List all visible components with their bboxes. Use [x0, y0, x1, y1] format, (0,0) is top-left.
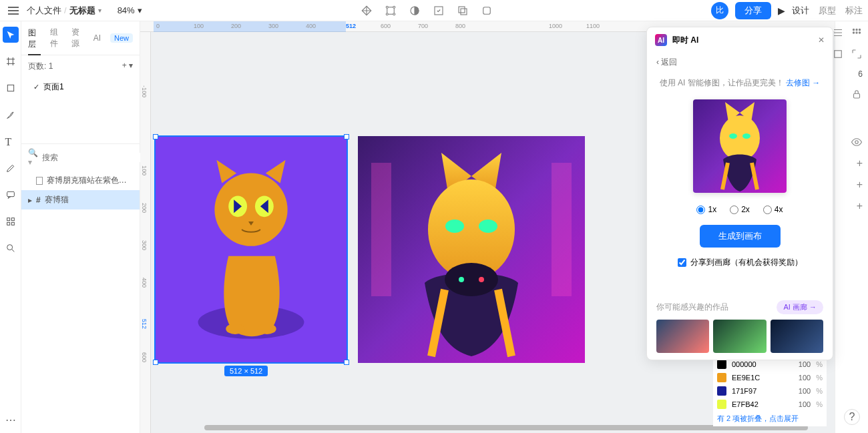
rectangle-tool[interactable] — [3, 80, 19, 96]
add-icon[interactable]: + — [857, 179, 863, 191]
svg-rect-13 — [11, 218, 14, 221]
help-button[interactable]: ? — [844, 409, 860, 425]
color-row[interactable]: EE9E1C100% — [713, 371, 827, 384]
artboard-cat-simple[interactable] — [155, 136, 347, 363]
search-input[interactable] — [42, 153, 142, 162]
scale-radios: 1x 2x 4x — [647, 198, 833, 221]
add-icon[interactable]: + — [857, 157, 863, 169]
tab-ai[interactable]: AI — [93, 33, 101, 43]
thumb-3[interactable] — [771, 320, 823, 353]
svg-point-4 — [393, 13, 395, 15]
pen-tool[interactable] — [3, 107, 19, 123]
grid-icon[interactable] — [851, 27, 863, 39]
svg-point-29 — [445, 263, 498, 296]
tab-layers[interactable]: 图层 — [28, 27, 41, 55]
generate-button[interactable]: 生成到画布 — [700, 225, 781, 248]
search-icon: 🔍 ▾ — [28, 148, 38, 167]
back-button[interactable]: ‹ 返回 — [647, 53, 833, 72]
text-tool[interactable]: T — [3, 133, 19, 149]
layer-item[interactable]: ▸ # 赛博猫 — [21, 190, 140, 209]
diamond-icon[interactable] — [361, 5, 373, 17]
color-row[interactable]: 171F97100% — [713, 384, 827, 398]
bounding-box-icon[interactable] — [385, 5, 397, 17]
svg-point-42 — [729, 133, 737, 139]
size-badge: 512 × 512 — [224, 366, 268, 376]
svg-point-32 — [853, 29, 854, 30]
layer-item[interactable]: 赛博朋克猫站在紫色的迷雾中... — [21, 171, 140, 190]
pencil-tool[interactable] — [3, 160, 19, 176]
zoom-control[interactable]: 84% ▾ — [118, 5, 142, 15]
breadcrumb[interactable]: 个人文件 / 无标题 ▾ — [27, 5, 101, 17]
left-toolbar: T ⋯ — [0, 21, 21, 433]
svg-point-2 — [393, 6, 395, 8]
frame-icon: # — [36, 195, 41, 205]
user-badge[interactable]: 比 — [711, 2, 728, 19]
boolean-icon[interactable] — [457, 5, 469, 17]
clip-icon[interactable] — [832, 48, 844, 60]
ai-gallery-button[interactable]: AI 画廊 → — [777, 300, 823, 314]
contrast-icon[interactable] — [409, 5, 421, 17]
svg-point-40 — [855, 141, 859, 144]
expand-icon[interactable] — [851, 48, 863, 60]
search-tool[interactable] — [3, 240, 19, 256]
add-page-icon[interactable]: + ▾ — [122, 61, 133, 72]
suggestion-thumbnails — [656, 320, 823, 353]
share-gallery-checkbox[interactable]: 分享到画廊（有机会获得奖励） — [647, 252, 833, 274]
breadcrumb-file: 无标题 — [69, 5, 95, 17]
tab-assets[interactable]: 资源 — [71, 27, 84, 49]
move-tool[interactable] — [3, 27, 19, 43]
close-icon[interactable]: ✕ — [818, 35, 825, 45]
more-icon[interactable]: ⋯ — [5, 414, 16, 426]
tab-prototype[interactable]: 原型 — [819, 5, 836, 17]
add-icon[interactable]: + — [857, 200, 863, 212]
ai-preview-image — [693, 99, 787, 193]
svg-point-33 — [856, 29, 857, 30]
retouch-link[interactable]: 去修图 → — [786, 78, 820, 87]
page-item[interactable]: ✓ 页面1 — [21, 77, 140, 97]
check-icon: ✓ — [33, 83, 39, 91]
svg-point-3 — [386, 13, 388, 15]
eye-icon[interactable] — [851, 136, 863, 148]
svg-point-16 — [7, 245, 12, 250]
edit-icon[interactable] — [433, 5, 445, 17]
radio-4x[interactable]: 4x — [763, 205, 783, 214]
svg-rect-24 — [371, 163, 391, 296]
toolbar-center — [142, 5, 711, 17]
thumb-2[interactable] — [713, 320, 766, 353]
tab-components[interactable]: 组件 — [50, 27, 63, 49]
svg-point-36 — [856, 32, 857, 33]
svg-point-34 — [859, 29, 860, 30]
tab-annotate[interactable]: 标注 — [845, 5, 863, 17]
color-row[interactable]: E7FB42100% — [713, 398, 827, 411]
fold-hint[interactable]: 有 2 项被折叠，点击展开 — [713, 411, 827, 426]
svg-rect-11 — [7, 191, 14, 196]
svg-rect-8 — [461, 9, 467, 15]
chevron-down-icon: ▾ — [138, 5, 142, 15]
ai-panel-title: 即时 AI — [672, 35, 698, 46]
svg-point-18 — [226, 324, 244, 334]
svg-point-35 — [853, 32, 854, 33]
svg-point-19 — [258, 324, 276, 334]
comment-tool[interactable] — [3, 187, 19, 203]
align-icon[interactable] — [832, 27, 844, 39]
component-tool[interactable] — [3, 213, 19, 230]
svg-point-43 — [742, 133, 750, 139]
layer-search[interactable]: 🔍 ▾ ⌄ — [21, 143, 140, 171]
ai-description: 使用 AI 智能修图，让作品更完美！ 去修图 → — [647, 72, 833, 94]
thumb-1[interactable] — [656, 320, 709, 353]
play-icon[interactable]: ▶ — [778, 5, 785, 16]
value-display[interactable]: 6 — [858, 69, 863, 79]
mask-icon[interactable] — [481, 5, 493, 17]
radio-1x[interactable]: 1x — [696, 205, 716, 214]
svg-point-37 — [859, 32, 860, 33]
frame-tool[interactable] — [3, 53, 19, 69]
lock-icon[interactable] — [851, 88, 863, 100]
menu-button[interactable] — [5, 3, 21, 19]
svg-rect-14 — [7, 222, 9, 225]
artboard-cat-cyber[interactable] — [358, 136, 585, 363]
tab-design[interactable]: 设计 — [792, 5, 809, 17]
radio-2x[interactable]: 2x — [730, 205, 750, 214]
suggest-title: 你可能感兴趣的作品 — [656, 302, 728, 313]
share-button[interactable]: 分享 — [735, 2, 771, 19]
svg-rect-15 — [11, 222, 14, 225]
